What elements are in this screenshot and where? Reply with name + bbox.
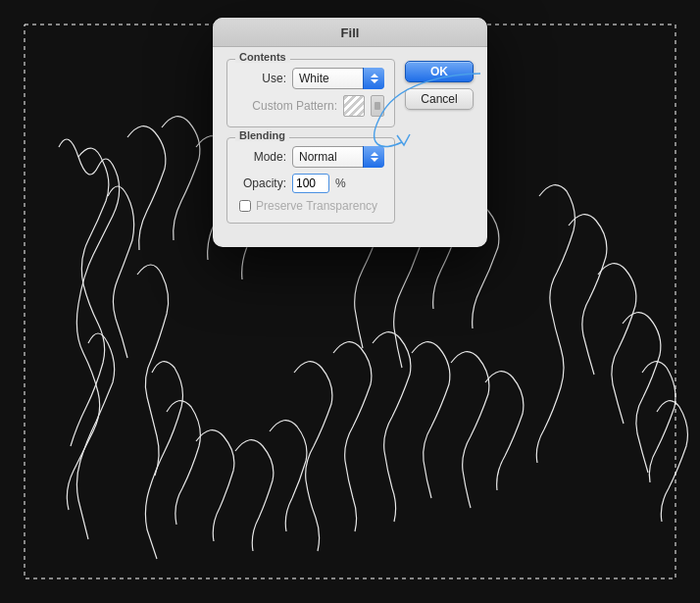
- preserve-transparency-row: Preserve Transparency: [237, 199, 384, 213]
- opacity-input[interactable]: [292, 174, 329, 193]
- dialog-titlebar: Fill: [213, 18, 487, 47]
- contents-section-label: Contents: [235, 51, 290, 63]
- preserve-transparency-label: Preserve Transparency: [256, 199, 377, 213]
- use-label: Use:: [237, 72, 286, 85]
- contents-section: Contents Use: White: [226, 59, 395, 127]
- custom-pattern-label: Custom Pattern:: [237, 99, 337, 113]
- dialog-main: Contents Use: White: [226, 59, 395, 233]
- use-select-wrapper: White: [292, 68, 384, 89]
- dialog-title: Fill: [341, 25, 360, 40]
- cancel-button[interactable]: Cancel: [405, 88, 474, 110]
- blending-section-label: Blending: [235, 129, 289, 141]
- dialog-body: Contents Use: White: [213, 47, 487, 247]
- blending-section: Blending Mode: Normal: [226, 137, 395, 224]
- use-row: Use: White: [237, 68, 384, 89]
- dialog-overlay: Fill Contents Use: White: [0, 0, 700, 603]
- ok-button[interactable]: OK: [405, 61, 474, 82]
- custom-pattern-row: Custom Pattern:: [237, 95, 384, 117]
- opacity-row: Opacity: %: [237, 174, 384, 193]
- preserve-transparency-checkbox[interactable]: [239, 200, 251, 212]
- opacity-label: Opacity:: [237, 176, 286, 190]
- dialog-buttons: OK Cancel: [405, 59, 474, 233]
- percent-label: %: [335, 176, 346, 190]
- pattern-swatch: [343, 95, 365, 117]
- use-select[interactable]: White: [292, 68, 384, 89]
- mode-select-wrapper: Normal: [292, 146, 384, 168]
- fill-dialog: Fill Contents Use: White: [213, 18, 487, 247]
- mode-label: Mode:: [237, 150, 286, 164]
- mode-row: Mode: Normal: [237, 146, 384, 168]
- pattern-scroll[interactable]: [371, 95, 384, 117]
- mode-select[interactable]: Normal: [292, 146, 384, 168]
